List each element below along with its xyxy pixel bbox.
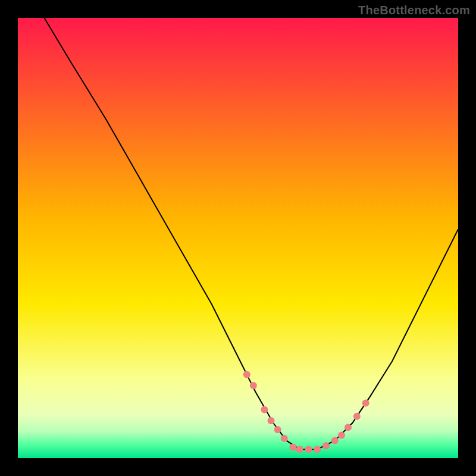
marker-point (362, 400, 369, 407)
marker-point (261, 406, 268, 414)
marker-point (250, 382, 257, 389)
marker-point (268, 417, 275, 424)
marker-point (274, 426, 281, 433)
marker-point (338, 432, 345, 439)
marker-point (331, 437, 339, 444)
marker-point (243, 371, 250, 378)
marker-point (296, 446, 303, 453)
marker-point (353, 413, 361, 420)
marker-point (314, 446, 321, 453)
marker-point (305, 446, 312, 453)
chart-svg (18, 18, 458, 458)
plot-area (18, 18, 458, 458)
marker-point (345, 424, 352, 431)
watermark-label: TheBottleneck.com (358, 4, 470, 17)
marker-point (322, 442, 330, 449)
marker-point (290, 444, 297, 451)
chart-frame: TheBottleneck.com (0, 0, 476, 476)
marker-point (281, 435, 288, 442)
